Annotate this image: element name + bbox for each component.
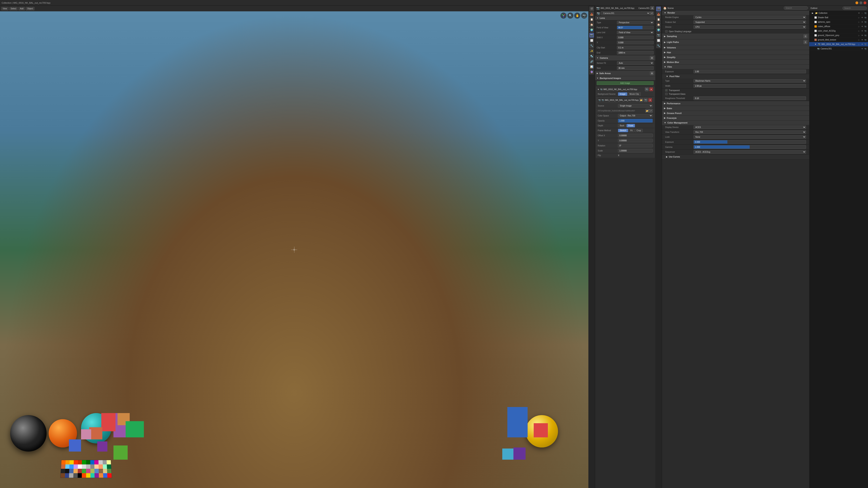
render-section-header[interactable]: ▼ Render bbox=[662, 10, 809, 15]
hand-icon[interactable]: ✋ bbox=[574, 12, 580, 19]
clip-end-input[interactable]: 1000 m bbox=[617, 51, 654, 55]
scale-input[interactable]: 1.00000 bbox=[618, 149, 653, 153]
cam-icon-physics[interactable]: 🔩 bbox=[589, 54, 594, 59]
lens-type-select[interactable]: Perspective bbox=[617, 21, 654, 24]
roughness-input[interactable]: 0.10 bbox=[693, 96, 806, 100]
filepath-external[interactable]: ↗ bbox=[649, 109, 653, 112]
camera-section-menu[interactable]: ☰ bbox=[650, 56, 654, 60]
bg-sub-close[interactable]: ✕ bbox=[648, 98, 652, 102]
depth-back-btn[interactable]: Back bbox=[618, 124, 626, 127]
outliner-item-collection[interactable]: ▶ 📁 Collection 👁 ↕ 📷 bbox=[809, 11, 868, 15]
gt-tri-icon[interactable]: ▷ bbox=[858, 38, 860, 41]
gt-vis-icon[interactable]: 👁 bbox=[861, 38, 864, 41]
cam-icon-scene[interactable]: 🏠 bbox=[589, 22, 594, 27]
performance-header[interactable]: ▶ Performance bbox=[662, 101, 809, 106]
lens-unit-select[interactable]: Field of View bbox=[617, 31, 654, 34]
view-menu[interactable]: View bbox=[1, 7, 8, 10]
bg-item-close[interactable]: ✕ bbox=[649, 88, 653, 91]
cc-render-icon[interactable]: 📷 bbox=[864, 30, 867, 32]
bake-header[interactable]: ▶ Bake bbox=[662, 106, 809, 110]
cc-tri-icon[interactable]: ▷ bbox=[858, 30, 860, 32]
sequencer-select[interactable]: ACES - ACEScg bbox=[693, 150, 806, 154]
search-viewport-icon[interactable]: 🔍 bbox=[567, 12, 574, 19]
add-menu[interactable]: Add bbox=[19, 7, 25, 10]
use-curves-header[interactable]: ▶ Use Curves bbox=[662, 155, 809, 159]
light-paths-header[interactable]: ▶ Light Paths ☰ bbox=[662, 39, 809, 45]
device-select[interactable]: CPU bbox=[693, 25, 806, 29]
cam-icon-material[interactable]: 🔮 bbox=[589, 70, 594, 74]
add-image-button[interactable]: Add Image bbox=[597, 81, 654, 85]
collection-render-icon[interactable]: 📷 bbox=[864, 12, 867, 14]
outliner-item-ground-grey[interactable]: ⬜ ground_18percent_grey ▷ 👁 📷 bbox=[809, 33, 868, 38]
frame-crop-btn[interactable]: Crop bbox=[635, 129, 643, 132]
camera-settings-btn[interactable]: ⚙ bbox=[650, 6, 654, 10]
shift-x-input[interactable]: 0.000 bbox=[617, 36, 654, 39]
sp-vis-icon[interactable]: 👁 bbox=[861, 21, 864, 24]
exposure-input[interactable]: 0.000 bbox=[693, 140, 806, 144]
cd-render-icon[interactable]: 📷 bbox=[864, 25, 867, 28]
cam-icon-world[interactable]: 🌍 bbox=[589, 28, 594, 32]
bg-source-movie-btn[interactable]: Movie Clip bbox=[628, 92, 641, 96]
gt-render-icon[interactable]: 📷 bbox=[864, 38, 867, 41]
outliner-item-fspy[interactable]: ▼ 📷 IMG_6916_NK_BAL_out_rec709.fspy ▷ 👁 … bbox=[809, 42, 868, 46]
bg-sub-browse[interactable]: 📂 bbox=[640, 98, 643, 102]
sp-tri-icon[interactable]: ▷ bbox=[858, 21, 860, 24]
gg-render-icon[interactable]: 📷 bbox=[864, 34, 867, 37]
sb-render-icon[interactable]: 📷 bbox=[864, 16, 867, 19]
bg-src-select[interactable]: Single Image bbox=[618, 104, 653, 107]
bg-images-header[interactable]: ▼ Background Images bbox=[595, 76, 655, 80]
color-mgmt-header[interactable]: ▼ Color Management bbox=[662, 121, 809, 125]
camera-refresh-btn[interactable]: ↺ bbox=[650, 11, 654, 15]
shift-y-input[interactable]: 0.000 bbox=[617, 41, 654, 44]
prop-icon-output[interactable]: 📤 bbox=[656, 12, 661, 17]
gg-vis-icon[interactable]: 👁 bbox=[861, 34, 864, 37]
cam001-vis-icon[interactable]: 👁 bbox=[861, 47, 864, 50]
cam001-render-icon[interactable]: 📷 bbox=[864, 47, 867, 50]
camera-size-input[interactable]: 36 mm bbox=[617, 66, 654, 70]
grease-pencil-header[interactable]: ▶ Grease Pencil bbox=[662, 111, 809, 116]
frame-stretch-btn[interactable]: Stretch bbox=[618, 129, 628, 132]
pixel-width-input[interactable]: 1.50 px bbox=[693, 84, 806, 88]
cam-icon-object[interactable]: ⬜ bbox=[589, 38, 594, 43]
opacity-slider[interactable]: 1.000 bbox=[618, 119, 653, 123]
pixel-filter-header[interactable]: ▼ Pixel Filter bbox=[662, 74, 809, 78]
cam-icon-data[interactable]: 📊 bbox=[589, 64, 594, 69]
sp-render-icon[interactable]: 📷 bbox=[864, 21, 867, 24]
sb-vis-icon[interactable]: 👁 bbox=[861, 16, 864, 19]
camera-view-icon[interactable]: 📷 bbox=[581, 12, 587, 19]
offset-y-input[interactable]: 0.00000 bbox=[618, 139, 653, 142]
outliner-item-color-chart[interactable]: ⬜ color_chart_ACESg ▷ 👁 📷 bbox=[809, 29, 868, 33]
fspy-vis-icon[interactable]: 👁 bbox=[861, 43, 864, 46]
outliner-item-spheres-spec[interactable]: ⬜ spheres_spec ▷ 👁 📷 bbox=[809, 20, 868, 24]
depth-front-btn[interactable]: Front bbox=[626, 124, 635, 127]
engine-select[interactable]: Cycles bbox=[693, 15, 806, 19]
sampling-extra[interactable]: ☰ bbox=[804, 34, 807, 38]
film-exposure-input[interactable]: 1.00 bbox=[693, 70, 806, 73]
volumes-header[interactable]: ▶ Volumes bbox=[662, 45, 809, 50]
bg-item-camera-icon[interactable]: 📷 bbox=[645, 88, 649, 91]
open-shading-checkbox[interactable] bbox=[665, 30, 668, 33]
fspy-render-icon[interactable]: 📷 bbox=[864, 43, 867, 46]
bg-source-image-btn[interactable]: Image bbox=[618, 92, 627, 96]
lens-section-header[interactable]: ▼ Lens bbox=[595, 16, 655, 20]
outliner-item-camera001[interactable]: 📷 Camera.001 👁 📷 bbox=[809, 46, 868, 51]
prop-icon-object2[interactable]: ⬜ bbox=[656, 38, 661, 43]
hair-header[interactable]: ▶ Hair bbox=[662, 50, 809, 55]
cam-icon-view-layer[interactable]: 📋 bbox=[589, 17, 594, 22]
gamma-input[interactable]: 1.000 bbox=[693, 145, 806, 149]
properties-search[interactable] bbox=[784, 6, 808, 10]
feature-set-select[interactable]: Supported bbox=[693, 21, 806, 24]
fspy-tri-icon[interactable]: ▷ bbox=[858, 43, 860, 46]
transparent-glass-checkbox[interactable] bbox=[665, 93, 668, 95]
outliner-item-cubes-diffuse[interactable]: 🟧 cubes_diffuse ▷ 👁 📷 bbox=[809, 24, 868, 29]
cam-icon-particles[interactable]: ✨ bbox=[589, 48, 594, 54]
prop-icon-world[interactable]: 🌍 bbox=[656, 28, 661, 32]
clip-start-input[interactable]: 0.1 m bbox=[617, 46, 654, 50]
cc-vis-icon[interactable]: 👁 bbox=[861, 30, 864, 32]
prop-icon-scene2[interactable]: 🏠 bbox=[656, 22, 661, 27]
outliner-search[interactable] bbox=[842, 6, 867, 10]
filepath-browse[interactable]: 📂 bbox=[645, 109, 649, 112]
select-menu[interactable]: Select bbox=[9, 7, 18, 10]
rotation-input[interactable]: 0° bbox=[618, 144, 653, 148]
sampling-header[interactable]: ▶ Sampling ☰ bbox=[662, 33, 809, 39]
